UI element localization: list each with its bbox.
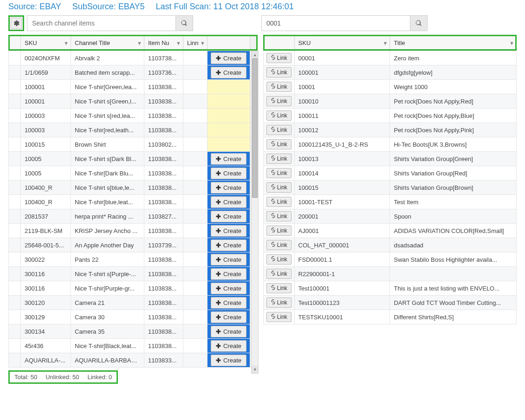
- link-button[interactable]: Link: [266, 312, 292, 322]
- filter-icon[interactable]: ▼: [200, 40, 205, 46]
- link-button[interactable]: Link: [266, 269, 292, 279]
- table-row[interactable]: Link100015Shirts Variation Group[Brown]: [264, 181, 517, 195]
- row-handle[interactable]: [9, 51, 21, 65]
- link-button[interactable]: Link: [266, 139, 292, 149]
- table-row[interactable]: Link10001-TESTTest Item: [264, 195, 517, 209]
- table-row[interactable]: 10005Nice T-shir[Dark Blu...1103838...✚C…: [9, 166, 258, 181]
- table-row[interactable]: Link100012Pet rock[Does Not Apply,Pink]: [264, 123, 517, 137]
- link-button[interactable]: Link: [266, 110, 292, 121]
- search-channel-input[interactable]: [27, 15, 175, 31]
- link-button[interactable]: Link: [266, 67, 292, 78]
- table-row[interactable]: 10005Nice T-shirt s[Dark Bl...1103838...…: [9, 152, 258, 166]
- table-row[interactable]: 100003Nice T-shir[red,leath...1103838...: [9, 123, 258, 137]
- row-handle[interactable]: [9, 209, 21, 224]
- filter-icon[interactable]: ▼: [64, 40, 69, 46]
- scroll-down-icon[interactable]: ▾: [252, 366, 258, 373]
- row-handle[interactable]: [9, 296, 21, 310]
- row-handle[interactable]: [9, 310, 21, 324]
- row-handle[interactable]: [9, 281, 21, 296]
- table-row[interactable]: 100015Brown Shirt1103802...: [9, 137, 258, 152]
- filter-icon[interactable]: ▼: [383, 40, 388, 46]
- table-row[interactable]: 2081537herpa print* Racing ...1103827...…: [9, 209, 258, 224]
- settings-button[interactable]: [11, 18, 22, 29]
- search-linnworks-input[interactable]: [261, 15, 410, 31]
- table-row[interactable]: 100001Nice T-shir[Green,lea...1103838...: [9, 80, 258, 94]
- link-button[interactable]: Link: [266, 240, 292, 250]
- link-button[interactable]: Link: [266, 53, 292, 63]
- table-row[interactable]: 100400_RNice T-shirt s[blue,le...1103838…: [9, 181, 258, 195]
- link-button[interactable]: Link: [266, 154, 292, 164]
- filter-icon[interactable]: ▼: [176, 40, 181, 46]
- create-button[interactable]: ✚Create: [211, 239, 246, 251]
- row-handle[interactable]: [9, 339, 21, 353]
- create-button[interactable]: ✚Create: [211, 311, 246, 323]
- table-row[interactable]: 100400_RNice T-shir[blue,leat...1103838.…: [9, 195, 258, 209]
- create-button[interactable]: ✚Create: [211, 340, 246, 352]
- table-row[interactable]: Link100011Pet rock[Does Not Apply,Blue]: [264, 109, 517, 123]
- row-handle[interactable]: [9, 224, 21, 238]
- table-row[interactable]: 2119-BLK-SMKRISP Jersey Ancho ...1103838…: [9, 224, 258, 238]
- filter-icon[interactable]: ▼: [137, 40, 142, 46]
- table-row[interactable]: LinkCOL_HAT_000001dsadsadad: [264, 238, 517, 252]
- create-button[interactable]: ✚Create: [211, 168, 246, 179]
- create-button[interactable]: ✚Create: [211, 211, 246, 222]
- table-row[interactable]: 300134Camera 351103838...✚Create: [9, 324, 258, 339]
- link-button[interactable]: Link: [266, 96, 292, 106]
- link-button[interactable]: Link: [266, 168, 292, 178]
- create-button[interactable]: ✚Create: [211, 297, 246, 309]
- create-button[interactable]: ✚Create: [211, 182, 246, 194]
- table-row[interactable]: 300120Camera 211103838...✚Create: [9, 296, 258, 310]
- table-row[interactable]: 45r436Nice T-shir[Black,leat...1103838..…: [9, 339, 258, 353]
- row-handle[interactable]: [9, 123, 21, 137]
- table-row[interactable]: Link100010Pet rock[Does Not Apply,Red]: [264, 94, 517, 109]
- search-channel-button[interactable]: [175, 15, 193, 31]
- table-row[interactable]: Link100001dfgdsfg[yelow]: [264, 65, 517, 80]
- search-linnworks-button[interactable]: [410, 15, 428, 31]
- row-handle[interactable]: [9, 109, 21, 123]
- table-row[interactable]: LinkTest100001123DART Gold TCT Wood Timb…: [264, 296, 517, 310]
- row-handle[interactable]: [9, 181, 21, 195]
- table-row[interactable]: Link100013Shirts Variation Group[Green]: [264, 152, 517, 166]
- create-button[interactable]: ✚Create: [211, 153, 246, 165]
- col-sku[interactable]: SKU▼: [294, 35, 390, 51]
- link-button[interactable]: Link: [266, 82, 292, 92]
- table-row[interactable]: LinkTest100001This is just a test listin…: [264, 281, 517, 296]
- create-button[interactable]: ✚Create: [211, 196, 246, 208]
- col-channel-title[interactable]: Channel Title▼: [71, 35, 144, 51]
- table-row[interactable]: 100003Nice T-shirt s[red,lea...1103838..…: [9, 109, 258, 123]
- col-title[interactable]: Title▼: [390, 35, 517, 51]
- row-handle[interactable]: [9, 137, 21, 152]
- link-button[interactable]: Link: [266, 297, 292, 308]
- scroll-up-icon[interactable]: ▴: [252, 51, 258, 58]
- create-button[interactable]: ✚Create: [211, 67, 246, 78]
- col-handle[interactable]: [9, 35, 21, 51]
- table-row[interactable]: 0024ONXFMAbrvalk 21103738...✚Create: [9, 51, 258, 65]
- create-button[interactable]: ✚Create: [211, 268, 246, 280]
- table-row[interactable]: Link10001Weight 1000: [264, 80, 517, 94]
- row-handle[interactable]: [9, 152, 21, 166]
- create-button[interactable]: ✚Create: [211, 355, 246, 366]
- table-row[interactable]: Link200001Spoon: [264, 209, 517, 224]
- link-button[interactable]: Link: [266, 182, 292, 193]
- create-button[interactable]: ✚Create: [211, 326, 246, 337]
- table-row[interactable]: Link00001Zero item: [264, 51, 517, 65]
- table-row[interactable]: 1/1/0659Batched item scrapp...1103736...…: [9, 65, 258, 80]
- link-button[interactable]: Link: [266, 125, 292, 135]
- row-handle[interactable]: [9, 166, 21, 181]
- row-handle[interactable]: [9, 65, 21, 80]
- table-row[interactable]: LinkAJ0001ADIDAS VARIATION COLOR[Red,Sma…: [264, 224, 517, 238]
- left-scrollbar[interactable]: ▴ ▾: [251, 51, 259, 374]
- link-button[interactable]: Link: [266, 226, 292, 236]
- table-row[interactable]: 300116Nice T-shir[Purple-gr...1103838...…: [9, 281, 258, 296]
- table-row[interactable]: 300022Pants 221103838...✚Create: [9, 252, 258, 267]
- link-button[interactable]: Link: [266, 211, 292, 221]
- create-button[interactable]: ✚Create: [211, 254, 246, 265]
- row-handle[interactable]: [9, 252, 21, 267]
- table-row[interactable]: 300116Nice T-shirt s[Purple-...1103838..…: [9, 267, 258, 281]
- link-button[interactable]: Link: [266, 283, 292, 293]
- table-row[interactable]: LinkR22900001-1: [264, 267, 517, 281]
- row-handle[interactable]: [9, 238, 21, 252]
- row-handle[interactable]: [9, 195, 21, 209]
- row-handle[interactable]: [9, 267, 21, 281]
- table-row[interactable]: 100001Nice T-shirt s[Green,l...1103838..…: [9, 94, 258, 109]
